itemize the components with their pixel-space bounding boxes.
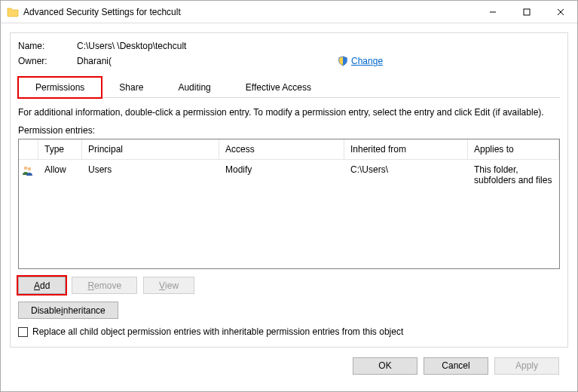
- entry-buttons: Add Remove View: [18, 277, 560, 294]
- row-applies: This folder, subfolders and files: [468, 160, 559, 190]
- owner-value: Dharani(: [77, 56, 112, 66]
- tab-strip: Permissions Share Auditing Effective Acc…: [18, 77, 560, 98]
- row-type: Allow: [38, 160, 82, 190]
- col-access[interactable]: Access: [219, 139, 344, 160]
- col-principal[interactable]: Principal: [82, 139, 219, 160]
- tab-share[interactable]: Share: [102, 77, 161, 97]
- svg-point-4: [24, 167, 28, 170]
- change-owner-link[interactable]: Change: [351, 56, 383, 66]
- tab-effective-access[interactable]: Effective Access: [228, 77, 329, 97]
- replace-checkbox-label: Replace all child object permission entr…: [32, 326, 403, 337]
- ok-button[interactable]: OK: [353, 357, 417, 375]
- row-inherited: C:\Users\: [344, 160, 468, 190]
- add-button[interactable]: Add: [18, 277, 66, 294]
- description-text: For additional information, double-click…: [18, 107, 560, 118]
- disable-inheritance-button[interactable]: Disable inheritance: [18, 302, 118, 319]
- window-title: Advanced Security Settings for techcult: [23, 7, 476, 17]
- cancel-button[interactable]: Cancel: [424, 357, 488, 375]
- name-value: C:\Users\ \Desktop\techcult: [77, 41, 186, 51]
- svg-point-5: [28, 167, 32, 171]
- shield-icon: [338, 56, 348, 66]
- folder-icon: [7, 6, 19, 18]
- svg-rect-1: [524, 9, 530, 15]
- replace-checkbox[interactable]: [18, 327, 28, 337]
- close-button[interactable]: [543, 1, 577, 23]
- view-button: View: [143, 277, 194, 294]
- tab-permissions[interactable]: Permissions: [18, 77, 102, 98]
- security-settings-window: Advanced Security Settings for techcult …: [0, 0, 578, 392]
- col-icon[interactable]: [19, 139, 38, 160]
- list-header: Type Principal Access Inherited from App…: [19, 139, 559, 160]
- owner-row: Owner: Dharani( Change: [18, 56, 560, 66]
- name-label: Name:: [18, 41, 77, 51]
- col-inherited[interactable]: Inherited from: [344, 139, 468, 160]
- permission-entries-list[interactable]: Type Principal Access Inherited from App…: [18, 139, 560, 269]
- maximize-button[interactable]: [509, 1, 543, 23]
- minimize-button[interactable]: [476, 1, 509, 23]
- name-row: Name: C:\Users\ \Desktop\techcult: [18, 41, 560, 51]
- tab-auditing[interactable]: Auditing: [161, 77, 228, 97]
- window-body: Name: C:\Users\ \Desktop\techcult Owner:…: [1, 23, 577, 391]
- col-applies[interactable]: Applies to: [468, 139, 559, 160]
- permission-row[interactable]: Allow Users Modify C:\Users\ This folder…: [19, 160, 559, 190]
- row-principal: Users: [82, 160, 219, 190]
- titlebar: Advanced Security Settings for techcult: [1, 1, 577, 23]
- row-access: Modify: [219, 160, 344, 190]
- remove-button: Remove: [72, 277, 137, 294]
- dialog-footer: OK Cancel Apply: [10, 348, 568, 384]
- entries-heading: Permission entries:: [18, 125, 560, 136]
- owner-label: Owner:: [18, 56, 77, 66]
- col-type[interactable]: Type: [38, 139, 82, 160]
- replace-checkbox-row: Replace all child object permission entr…: [18, 326, 560, 337]
- apply-button: Apply: [494, 357, 559, 375]
- main-panel: Name: C:\Users\ \Desktop\techcult Owner:…: [10, 32, 568, 348]
- users-icon: [19, 160, 38, 190]
